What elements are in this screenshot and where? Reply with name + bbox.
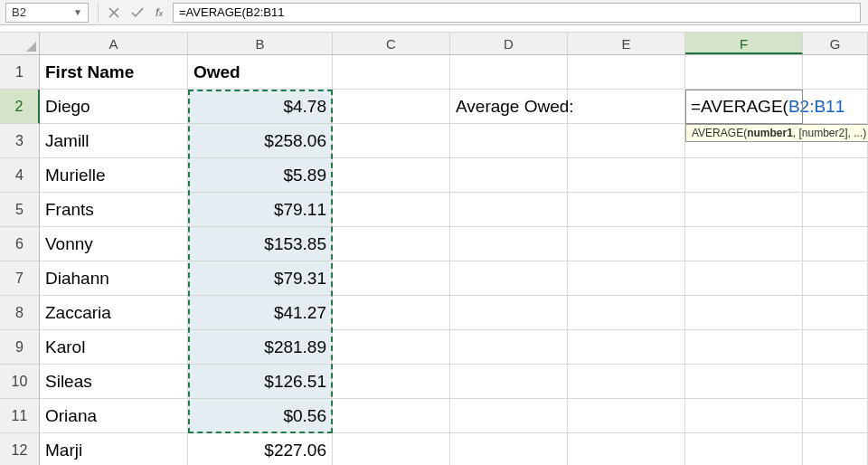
cell-A6[interactable]: Vonny — [40, 227, 188, 261]
cell[interactable] — [803, 158, 868, 193]
col-header-G[interactable]: G — [803, 33, 868, 54]
cell[interactable] — [568, 193, 685, 227]
cell-C2[interactable] — [333, 90, 450, 124]
cell[interactable] — [685, 365, 803, 399]
cell[interactable] — [568, 158, 685, 193]
col-header-C[interactable]: C — [333, 33, 450, 54]
col-header-E[interactable]: E — [568, 33, 685, 54]
formula-input[interactable]: =AVERAGE(B2:B11 — [173, 3, 861, 23]
col-header-F[interactable]: F — [685, 33, 803, 54]
row-header[interactable]: 1 — [0, 55, 40, 90]
cell[interactable] — [685, 399, 803, 433]
cell[interactable] — [333, 365, 450, 399]
cell[interactable] — [803, 296, 868, 330]
cell-A2[interactable]: Diego — [40, 90, 188, 124]
cell[interactable] — [568, 433, 685, 465]
cell-A4[interactable]: Murielle — [40, 158, 188, 193]
row-header[interactable]: 3 — [0, 124, 40, 158]
cell-B6[interactable]: $153.85 — [188, 227, 333, 261]
col-header-B[interactable]: B — [188, 33, 333, 54]
cell-B8[interactable]: $41.27 — [188, 296, 333, 330]
cell-D1[interactable] — [450, 55, 568, 90]
row-header[interactable]: 5 — [0, 193, 40, 227]
cell-A10[interactable]: Sileas — [40, 365, 188, 399]
cell[interactable] — [803, 261, 868, 296]
cell-B12[interactable]: $227.06 — [188, 433, 333, 465]
cell[interactable] — [333, 124, 450, 158]
cell[interactable] — [568, 124, 685, 158]
cell-B5[interactable]: $79.11 — [188, 193, 333, 227]
cell[interactable] — [685, 296, 803, 330]
cell[interactable] — [450, 227, 568, 261]
row-header[interactable]: 7 — [0, 261, 40, 296]
cell[interactable] — [685, 261, 803, 296]
cell-B3[interactable]: $258.06 — [188, 124, 333, 158]
cell[interactable] — [685, 330, 803, 365]
row-header[interactable]: 10 — [0, 365, 40, 399]
cell[interactable] — [333, 330, 450, 365]
cell[interactable] — [333, 399, 450, 433]
cell[interactable] — [685, 227, 803, 261]
cancel-formula-button[interactable] — [102, 3, 126, 23]
cell[interactable] — [685, 433, 803, 465]
cell[interactable] — [450, 399, 568, 433]
cell[interactable] — [333, 158, 450, 193]
col-header-A[interactable]: A — [40, 33, 188, 54]
cell[interactable] — [803, 193, 868, 227]
cell-E2[interactable] — [568, 90, 685, 124]
cell[interactable] — [568, 365, 685, 399]
cell[interactable] — [333, 193, 450, 227]
cell[interactable] — [450, 296, 568, 330]
cell[interactable] — [333, 261, 450, 296]
cell-G1[interactable] — [803, 55, 868, 90]
cell-C1[interactable] — [333, 55, 450, 90]
cell[interactable] — [450, 124, 568, 158]
cell-B11[interactable]: $0.56 — [188, 399, 333, 433]
row-header[interactable]: 4 — [0, 158, 40, 193]
cell-A5[interactable]: Frants — [40, 193, 188, 227]
cell-B2[interactable]: $4.78 — [188, 90, 333, 124]
cell-B1[interactable]: Owed — [188, 55, 333, 90]
cell[interactable] — [685, 158, 803, 193]
cell[interactable] — [803, 433, 868, 465]
cell[interactable] — [568, 296, 685, 330]
cell-B10[interactable]: $126.51 — [188, 365, 333, 399]
cell[interactable] — [333, 433, 450, 465]
cell[interactable] — [450, 330, 568, 365]
cell-A3[interactable]: Jamill — [40, 124, 188, 158]
cell[interactable] — [803, 399, 868, 433]
cell-F2-editing[interactable]: =AVERAGE(B2:B11 AVERAGE(number1, [number… — [685, 90, 803, 124]
cell-B9[interactable]: $281.89 — [188, 330, 333, 365]
cell[interactable] — [450, 261, 568, 296]
cell-A8[interactable]: Zaccaria — [40, 296, 188, 330]
cell[interactable] — [568, 330, 685, 365]
cell-A9[interactable]: Karol — [40, 330, 188, 365]
cell-E1[interactable] — [568, 55, 685, 90]
cell[interactable] — [450, 158, 568, 193]
fx-icon[interactable]: fx — [149, 5, 169, 19]
cell-A1[interactable]: First Name — [40, 55, 188, 90]
cell-A11[interactable]: Oriana — [40, 399, 188, 433]
accept-formula-button[interactable] — [126, 3, 149, 23]
row-header[interactable]: 6 — [0, 227, 40, 261]
cell-A12[interactable]: Marji — [40, 433, 188, 465]
chevron-down-icon[interactable]: ▼ — [73, 7, 82, 17]
row-header[interactable]: 2 — [0, 90, 40, 124]
cell-D2[interactable]: Average Owed: — [450, 90, 568, 124]
cell-B7[interactable]: $79.31 — [188, 261, 333, 296]
cell[interactable] — [803, 365, 868, 399]
row-header[interactable]: 11 — [0, 399, 40, 433]
cell[interactable] — [450, 433, 568, 465]
cell-B4[interactable]: $5.89 — [188, 158, 333, 193]
cell-A7[interactable]: Diahann — [40, 261, 188, 296]
cell[interactable] — [568, 399, 685, 433]
col-header-D[interactable]: D — [450, 33, 568, 54]
row-header[interactable]: 12 — [0, 433, 40, 465]
cell[interactable] — [568, 261, 685, 296]
cell[interactable] — [803, 330, 868, 365]
cell[interactable] — [803, 227, 868, 261]
cell[interactable] — [450, 193, 568, 227]
row-header[interactable]: 8 — [0, 296, 40, 330]
cell[interactable] — [568, 227, 685, 261]
cell[interactable] — [333, 296, 450, 330]
